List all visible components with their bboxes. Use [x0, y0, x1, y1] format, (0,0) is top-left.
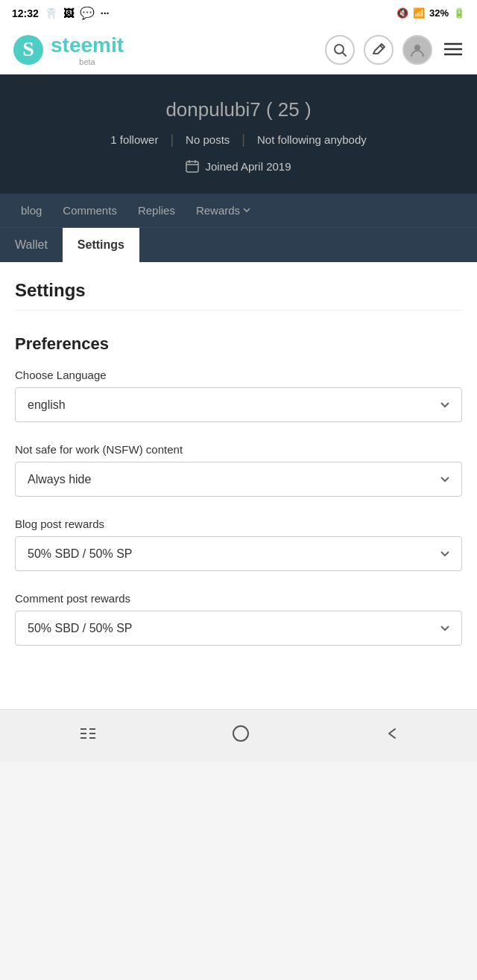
svg-point-2: [335, 45, 344, 54]
search-button[interactable]: [325, 35, 355, 65]
nsfw-label: Not safe for work (NSFW) content: [15, 443, 462, 456]
tab-settings-label: Settings: [78, 238, 124, 251]
status-left: 12:32 🦷 🖼 💬 ···: [12, 6, 109, 20]
tab-wallet-label: Wallet: [15, 238, 48, 251]
post-count: No posts: [186, 133, 230, 146]
avatar-icon: [409, 42, 426, 58]
follower-count: 1 follower: [110, 133, 158, 146]
language-select-wrapper: english español deutsch français: [15, 387, 462, 422]
svg-rect-9: [186, 162, 198, 172]
profile-joined: Joined April 2019: [15, 159, 462, 173]
battery-icon: 🔋: [453, 7, 465, 19]
battery-text: 32%: [429, 7, 449, 19]
messenger-icon: 💬: [80, 6, 95, 20]
tab-rewards-label: Rewards: [196, 204, 240, 217]
tab-blog[interactable]: blog: [12, 194, 51, 227]
tab-rewards[interactable]: Rewards: [187, 194, 259, 227]
image-icon: 🖼: [63, 7, 74, 19]
svg-point-5: [414, 45, 420, 51]
blog-rewards-group: Blog post rewards 50% SBD / 50% SP 100% …: [15, 518, 462, 571]
username-text: donpulubi7: [165, 98, 260, 121]
comment-rewards-select[interactable]: 50% SBD / 50% SP 100% Steem Power Declin…: [15, 611, 462, 646]
bottom-home-icon: [232, 725, 250, 742]
bottom-home-button[interactable]: [217, 722, 265, 750]
blog-rewards-select-wrapper: 50% SBD / 50% SP 100% Steem Power Declin…: [15, 536, 462, 571]
blog-rewards-select[interactable]: 50% SBD / 50% SP 100% Steem Power Declin…: [15, 536, 462, 571]
header: S steemit beta: [0, 26, 477, 74]
bottom-menu-icon: [79, 726, 97, 741]
tab-comments-label: Comments: [63, 204, 117, 217]
hamburger-button[interactable]: [441, 36, 465, 63]
steemit-logo-icon: S: [12, 34, 45, 66]
calendar-icon: [186, 159, 199, 173]
logo-text: steemit beta: [51, 34, 124, 66]
language-select[interactable]: english español deutsch français: [15, 387, 462, 422]
profile-username: donpulubi7 ( 25 ): [15, 98, 462, 121]
status-time: 12:32: [12, 7, 39, 19]
preferences-title: Preferences: [15, 334, 462, 354]
status-bar: 12:32 🦷 🖼 💬 ··· 🔇 📶 32% 🔋: [0, 0, 477, 26]
bluetooth-icon: 🦷: [45, 7, 57, 19]
language-group: Choose Language english español deutsch …: [15, 369, 462, 422]
profile-banner: donpulubi7 ( 25 ) 1 follower | No posts …: [0, 74, 477, 194]
bottom-back-icon: [385, 726, 398, 741]
hamburger-icon: [444, 42, 462, 56]
svg-line-3: [343, 53, 346, 56]
bottom-back-button[interactable]: [370, 723, 413, 748]
edit-button[interactable]: [364, 35, 394, 65]
reputation-score: ( 25 ): [266, 98, 312, 121]
primary-nav: blog Comments Replies Rewards: [0, 194, 477, 227]
svg-point-19: [233, 726, 248, 741]
blog-rewards-label: Blog post rewards: [15, 518, 462, 530]
status-right: 🔇 📶 32% 🔋: [397, 7, 465, 19]
page-title: Settings: [15, 280, 462, 311]
nsfw-group: Not safe for work (NSFW) content Always …: [15, 443, 462, 497]
logo-area: S steemit beta: [12, 34, 124, 66]
bottom-menu-button[interactable]: [64, 723, 112, 748]
nsfw-select-wrapper: Always hide Always show Ask me: [15, 462, 462, 497]
signal-icon: 📶: [413, 7, 425, 19]
following-status: Not following anybody: [257, 133, 367, 146]
bottom-nav: [0, 709, 477, 762]
rewards-dropdown-icon: [243, 208, 250, 213]
tab-replies-label: Replies: [138, 204, 175, 217]
edit-icon: [372, 43, 385, 57]
main-content: Settings Preferences Choose Language eng…: [0, 262, 477, 709]
header-actions: [325, 35, 465, 65]
comment-rewards-group: Comment post rewards 50% SBD / 50% SP 10…: [15, 592, 462, 646]
mute-icon: 🔇: [397, 7, 408, 19]
tab-wallet[interactable]: Wallet: [0, 228, 63, 262]
stat-divider-2: |: [241, 132, 245, 147]
logo-name: steemit: [51, 34, 124, 57]
tab-blog-label: blog: [21, 204, 42, 217]
avatar-button[interactable]: [402, 35, 432, 65]
language-label: Choose Language: [15, 369, 462, 381]
search-icon: [333, 43, 347, 57]
comment-rewards-label: Comment post rewards: [15, 592, 462, 605]
stat-divider-1: |: [170, 132, 174, 147]
secondary-nav: Wallet Settings: [0, 227, 477, 262]
tab-comments[interactable]: Comments: [54, 194, 126, 227]
more-icon: ···: [101, 7, 110, 19]
joined-text: Joined April 2019: [205, 160, 291, 173]
nsfw-select[interactable]: Always hide Always show Ask me: [15, 462, 462, 497]
svg-text:S: S: [22, 37, 34, 60]
tab-settings[interactable]: Settings: [63, 228, 139, 262]
logo-beta: beta: [51, 57, 124, 66]
profile-stats: 1 follower | No posts | Not following an…: [15, 132, 462, 147]
tab-replies[interactable]: Replies: [129, 194, 184, 227]
comment-rewards-select-wrapper: 50% SBD / 50% SP 100% Steem Power Declin…: [15, 611, 462, 646]
